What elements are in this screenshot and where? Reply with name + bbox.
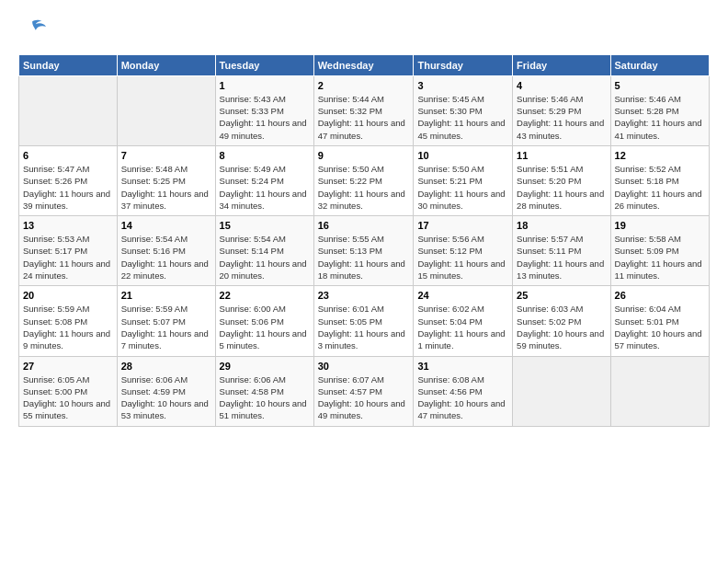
calendar-cell: 9 Sunrise: 5:50 AMSunset: 5:22 PMDayligh…	[313, 145, 414, 215]
day-header-monday: Monday	[117, 54, 215, 75]
day-number: 16	[318, 220, 410, 231]
day-info: Sunrise: 5:55 AMSunset: 5:13 PMDaylight:…	[318, 234, 405, 281]
day-number: 1	[220, 80, 310, 91]
calendar-cell: 25 Sunrise: 6:03 AMSunset: 5:02 PMDaylig…	[513, 286, 610, 356]
day-number: 19	[615, 220, 705, 231]
calendar-cell: 28 Sunrise: 6:06 AMSunset: 4:59 PMDaylig…	[117, 356, 215, 426]
day-info: Sunrise: 6:04 AMSunset: 5:01 PMDaylight:…	[615, 304, 702, 350]
day-info: Sunrise: 5:51 AMSunset: 5:20 PMDaylight:…	[517, 164, 604, 211]
day-info: Sunrise: 5:43 AMSunset: 5:33 PMDaylight:…	[220, 94, 307, 141]
day-number: 28	[121, 361, 211, 372]
day-info: Sunrise: 5:48 AMSunset: 5:25 PMDaylight:…	[121, 164, 209, 211]
day-info: Sunrise: 5:56 AMSunset: 5:12 PMDaylight:…	[417, 234, 505, 281]
calendar-cell: 10 Sunrise: 5:50 AMSunset: 5:21 PMDaylig…	[414, 145, 513, 215]
calendar-cell: 17 Sunrise: 5:56 AMSunset: 5:12 PMDaylig…	[414, 216, 513, 286]
day-number: 3	[417, 80, 508, 91]
calendar-cell: 13 Sunrise: 5:53 AMSunset: 5:17 PMDaylig…	[19, 216, 118, 286]
calendar-cell: 23 Sunrise: 6:01 AMSunset: 5:05 PMDaylig…	[313, 286, 414, 356]
calendar-cell	[513, 356, 610, 426]
week-row-3: 13 Sunrise: 5:53 AMSunset: 5:17 PMDaylig…	[19, 216, 710, 286]
day-info: Sunrise: 5:52 AMSunset: 5:18 PMDaylight:…	[615, 164, 702, 211]
day-number: 10	[417, 150, 508, 161]
day-info: Sunrise: 5:46 AMSunset: 5:29 PMDaylight:…	[517, 94, 604, 141]
day-info: Sunrise: 6:01 AMSunset: 5:05 PMDaylight:…	[318, 304, 405, 350]
day-info: Sunrise: 5:49 AMSunset: 5:24 PMDaylight:…	[220, 164, 307, 211]
day-info: Sunrise: 6:08 AMSunset: 4:56 PMDaylight:…	[417, 374, 505, 421]
day-number: 25	[517, 290, 606, 301]
day-header-wednesday: Wednesday	[313, 54, 414, 75]
logo-text	[18, 15, 46, 45]
calendar-cell: 22 Sunrise: 6:00 AMSunset: 5:06 PMDaylig…	[215, 286, 313, 356]
week-row-4: 20 Sunrise: 5:59 AMSunset: 5:08 PMDaylig…	[19, 286, 710, 356]
calendar-cell: 2 Sunrise: 5:44 AMSunset: 5:32 PMDayligh…	[313, 75, 414, 145]
day-header-sunday: Sunday	[19, 54, 118, 75]
day-number: 17	[417, 220, 508, 231]
day-info: Sunrise: 5:47 AMSunset: 5:26 PMDaylight:…	[23, 164, 110, 211]
day-info: Sunrise: 6:07 AMSunset: 4:57 PMDaylight:…	[318, 374, 405, 421]
day-info: Sunrise: 5:58 AMSunset: 5:09 PMDaylight:…	[615, 234, 702, 281]
calendar-cell: 20 Sunrise: 5:59 AMSunset: 5:08 PMDaylig…	[19, 286, 118, 356]
calendar-cell: 18 Sunrise: 5:57 AMSunset: 5:11 PMDaylig…	[513, 216, 610, 286]
day-number: 15	[220, 220, 310, 231]
day-header-saturday: Saturday	[610, 54, 709, 75]
day-number: 11	[517, 150, 606, 161]
calendar-cell: 30 Sunrise: 6:07 AMSunset: 4:57 PMDaylig…	[313, 356, 414, 426]
calendar-cell: 7 Sunrise: 5:48 AMSunset: 5:25 PMDayligh…	[117, 145, 215, 215]
day-info: Sunrise: 5:46 AMSunset: 5:28 PMDaylight:…	[615, 94, 702, 141]
day-info: Sunrise: 5:45 AMSunset: 5:30 PMDaylight:…	[417, 94, 505, 141]
calendar-cell: 27 Sunrise: 6:05 AMSunset: 5:00 PMDaylig…	[19, 356, 118, 426]
day-info: Sunrise: 5:54 AMSunset: 5:14 PMDaylight:…	[220, 234, 307, 281]
week-row-2: 6 Sunrise: 5:47 AMSunset: 5:26 PMDayligh…	[19, 145, 710, 215]
day-number: 21	[121, 290, 211, 301]
day-number: 20	[23, 290, 113, 301]
day-info: Sunrise: 5:57 AMSunset: 5:11 PMDaylight:…	[517, 234, 604, 281]
calendar-cell: 21 Sunrise: 5:59 AMSunset: 5:07 PMDaylig…	[117, 286, 215, 356]
day-info: Sunrise: 5:50 AMSunset: 5:21 PMDaylight:…	[417, 164, 505, 211]
day-header-tuesday: Tuesday	[215, 54, 313, 75]
calendar-cell: 31 Sunrise: 6:08 AMSunset: 4:56 PMDaylig…	[414, 356, 513, 426]
calendar-cell: 3 Sunrise: 5:45 AMSunset: 5:30 PMDayligh…	[414, 75, 513, 145]
calendar-cell: 15 Sunrise: 5:54 AMSunset: 5:14 PMDaylig…	[215, 216, 313, 286]
calendar-cell: 8 Sunrise: 5:49 AMSunset: 5:24 PMDayligh…	[215, 145, 313, 215]
calendar-cell: 24 Sunrise: 6:02 AMSunset: 5:04 PMDaylig…	[414, 286, 513, 356]
day-info: Sunrise: 5:54 AMSunset: 5:16 PMDaylight:…	[121, 234, 209, 281]
day-number: 26	[615, 290, 705, 301]
day-info: Sunrise: 5:50 AMSunset: 5:22 PMDaylight:…	[318, 164, 405, 211]
calendar-header-row: SundayMondayTuesdayWednesdayThursdayFrid…	[19, 54, 710, 75]
day-number: 8	[220, 150, 310, 161]
day-number: 23	[318, 290, 410, 301]
calendar-cell: 4 Sunrise: 5:46 AMSunset: 5:29 PMDayligh…	[513, 75, 610, 145]
day-number: 4	[517, 80, 606, 91]
day-number: 9	[318, 150, 410, 161]
day-number: 2	[318, 80, 410, 91]
main-container: SundayMondayTuesdayWednesdayThursdayFrid…	[0, 0, 728, 436]
calendar-cell: 5 Sunrise: 5:46 AMSunset: 5:28 PMDayligh…	[610, 75, 709, 145]
calendar-body: 1 Sunrise: 5:43 AMSunset: 5:33 PMDayligh…	[19, 75, 710, 426]
day-info: Sunrise: 6:06 AMSunset: 4:59 PMDaylight:…	[121, 374, 209, 421]
header	[18, 15, 710, 45]
calendar-cell: 26 Sunrise: 6:04 AMSunset: 5:01 PMDaylig…	[610, 286, 709, 356]
day-info: Sunrise: 6:06 AMSunset: 4:58 PMDaylight:…	[220, 374, 307, 421]
day-number: 18	[517, 220, 606, 231]
day-header-thursday: Thursday	[414, 54, 513, 75]
day-number: 31	[417, 361, 508, 372]
day-info: Sunrise: 6:03 AMSunset: 5:02 PMDaylight:…	[517, 304, 604, 350]
day-number: 29	[220, 361, 310, 372]
calendar-cell: 29 Sunrise: 6:06 AMSunset: 4:58 PMDaylig…	[215, 356, 313, 426]
day-info: Sunrise: 5:59 AMSunset: 5:07 PMDaylight:…	[121, 304, 209, 350]
day-number: 5	[615, 80, 705, 91]
calendar-cell: 16 Sunrise: 5:55 AMSunset: 5:13 PMDaylig…	[313, 216, 414, 286]
day-number: 30	[318, 361, 410, 372]
day-info: Sunrise: 6:00 AMSunset: 5:06 PMDaylight:…	[220, 304, 307, 350]
calendar-cell: 14 Sunrise: 5:54 AMSunset: 5:16 PMDaylig…	[117, 216, 215, 286]
day-number: 12	[615, 150, 705, 161]
day-info: Sunrise: 5:53 AMSunset: 5:17 PMDaylight:…	[23, 234, 110, 281]
day-number: 13	[23, 220, 113, 231]
day-number: 27	[23, 361, 113, 372]
day-number: 7	[121, 150, 211, 161]
calendar-cell: 12 Sunrise: 5:52 AMSunset: 5:18 PMDaylig…	[610, 145, 709, 215]
calendar-cell: 6 Sunrise: 5:47 AMSunset: 5:26 PMDayligh…	[19, 145, 118, 215]
logo-bird-icon	[20, 15, 46, 40]
logo	[18, 15, 46, 45]
week-row-1: 1 Sunrise: 5:43 AMSunset: 5:33 PMDayligh…	[19, 75, 710, 145]
